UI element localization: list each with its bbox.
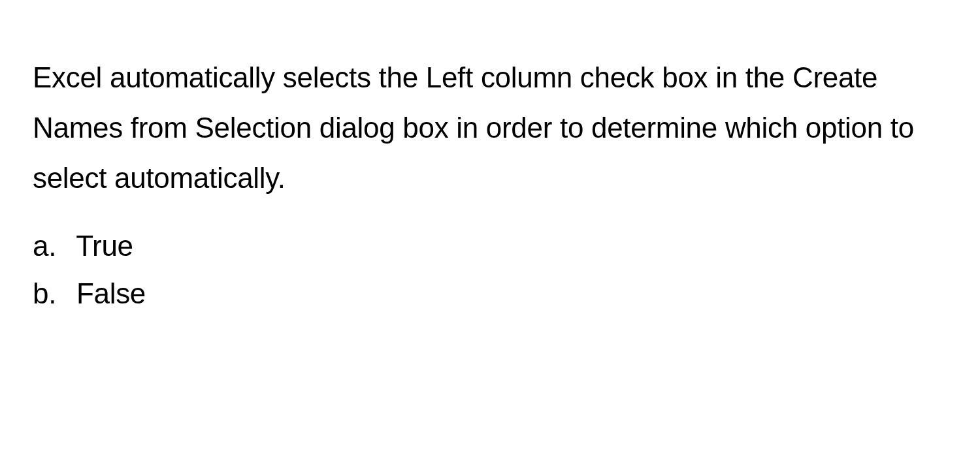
option-a: a. True [33, 223, 947, 270]
option-a-letter: a. [33, 223, 69, 270]
option-a-label: True [76, 230, 133, 262]
question-text: Excel automatically selects the Left col… [33, 52, 947, 203]
option-b-label: False [76, 277, 146, 309]
option-b: b. False [33, 270, 947, 318]
option-b-letter: b. [33, 270, 69, 318]
